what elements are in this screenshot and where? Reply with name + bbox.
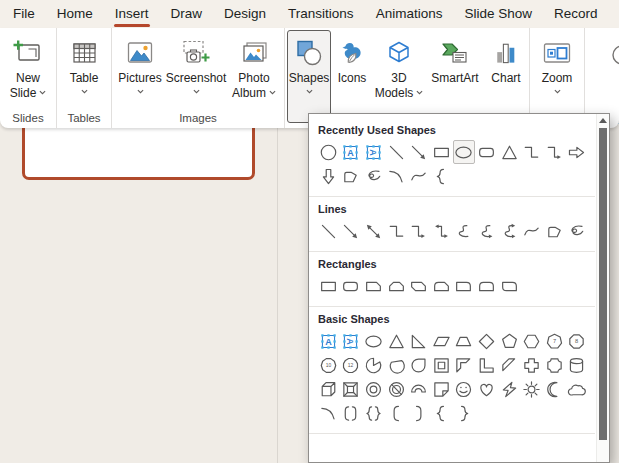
shape-left-brace[interactable] xyxy=(430,401,453,425)
shape-lightning-bolt[interactable] xyxy=(498,377,521,401)
shape-snip-single-corner-rectangle[interactable] xyxy=(362,274,385,298)
menu-tab-insert[interactable]: Insert xyxy=(104,0,160,28)
shape-rectangle[interactable] xyxy=(430,140,453,164)
shape-round-same-side-corner-rectangle[interactable] xyxy=(475,274,498,298)
shape-freeform-scribble[interactable] xyxy=(362,164,385,188)
menu-tab-review[interactable]: Review xyxy=(609,0,619,28)
shape-sun[interactable] xyxy=(520,377,543,401)
shape-bevel[interactable] xyxy=(340,377,363,401)
menu-tab-file[interactable]: File xyxy=(2,0,46,28)
menu-tab-transitions[interactable]: Transitions xyxy=(277,0,365,28)
shape-decagon[interactable]: 10 xyxy=(317,353,340,377)
shape-hexagon[interactable] xyxy=(520,329,543,353)
shape-snip-diagonal-corner-rectangle[interactable] xyxy=(407,274,430,298)
menu-tab-slide-show[interactable]: Slide Show xyxy=(453,0,543,28)
shape-connector-elbow-double-arrow[interactable] xyxy=(430,219,453,243)
shape-arc[interactable] xyxy=(385,164,408,188)
shape-right-bracket[interactable] xyxy=(407,401,430,425)
shape-diamond[interactable] xyxy=(475,329,498,353)
ribbon-button-smartart[interactable]: SmartArt xyxy=(425,30,485,123)
shape-double-bracket[interactable] xyxy=(340,401,363,425)
shape-pie[interactable] xyxy=(362,353,385,377)
shape-no-symbol[interactable] xyxy=(385,377,408,401)
slide-thumbnail[interactable] xyxy=(22,120,255,180)
shape-curve[interactable] xyxy=(520,219,543,243)
shape-line[interactable] xyxy=(385,140,408,164)
shape-oval[interactable] xyxy=(453,140,476,164)
shape-cloud[interactable] xyxy=(566,377,589,401)
scrollbar-thumb[interactable] xyxy=(599,128,607,440)
menu-tab-animations[interactable]: Animations xyxy=(365,0,454,28)
ribbon-button-zoom[interactable]: Zoom xyxy=(532,30,582,123)
shape-right-triangle[interactable] xyxy=(407,329,430,353)
shape-snip-same-side-corner-rectangle[interactable] xyxy=(385,274,408,298)
shape-right-brace[interactable] xyxy=(453,401,476,425)
ribbon-button-shapes[interactable]: Shapes xyxy=(287,30,331,123)
shape-half-frame[interactable] xyxy=(453,353,476,377)
menu-tab-design[interactable]: Design xyxy=(213,0,277,28)
ribbon-button-chart[interactable]: Chart xyxy=(485,30,527,123)
menu-tab-draw[interactable]: Draw xyxy=(160,0,214,28)
shape-connector-elbow[interactable] xyxy=(520,140,543,164)
shape-arc[interactable] xyxy=(317,401,340,425)
shape-left-bracket[interactable] xyxy=(385,401,408,425)
shape-rectangle[interactable] xyxy=(317,274,340,298)
shape-parallelogram[interactable] xyxy=(430,329,453,353)
panel-scrollbar[interactable] xyxy=(596,114,609,462)
shape-diagonal-stripe[interactable] xyxy=(498,353,521,377)
ribbon-button-3d-models[interactable]: 3DModels xyxy=(373,30,425,123)
ribbon-button-new-slide[interactable]: NewSlide xyxy=(2,30,54,111)
shape-line-arrow-double[interactable] xyxy=(362,219,385,243)
shape-cube[interactable] xyxy=(317,377,340,401)
shape-circle[interactable] xyxy=(317,140,340,164)
shape-connector-curved-arrow[interactable] xyxy=(475,219,498,243)
shape-text-box-vertical[interactable]: A xyxy=(340,329,363,353)
shape-isosceles-triangle[interactable] xyxy=(498,140,521,164)
shape-line-arrow[interactable] xyxy=(407,140,430,164)
shape-connector-curved[interactable] xyxy=(453,219,476,243)
shape-line[interactable] xyxy=(317,219,340,243)
ribbon-button-photo-album[interactable]: PhotoAlbum xyxy=(226,30,282,111)
shape-octagon[interactable]: 8 xyxy=(566,329,589,353)
ribbon-button-screenshot[interactable]: Screenshot xyxy=(166,30,226,111)
shape-dodecagon[interactable]: 12 xyxy=(340,353,363,377)
shape-heptagon[interactable]: 7 xyxy=(543,329,566,353)
shape-rounded-rectangle[interactable] xyxy=(340,274,363,298)
shape-folded-corner[interactable] xyxy=(430,377,453,401)
shape-arrow-down[interactable] xyxy=(317,164,340,188)
shape-text-box[interactable]: A xyxy=(340,140,363,164)
shape-can[interactable] xyxy=(566,353,589,377)
shape-chord[interactable] xyxy=(385,353,408,377)
shape-block-arc[interactable] xyxy=(407,377,430,401)
shape-text-box[interactable]: A xyxy=(317,329,340,353)
shape-arrow-right[interactable] xyxy=(566,140,589,164)
shape-double-brace[interactable] xyxy=(362,401,385,425)
shape-cross[interactable] xyxy=(520,353,543,377)
shape-donut[interactable] xyxy=(362,377,385,401)
menu-tab-home[interactable]: Home xyxy=(46,0,104,28)
shape-regular-pentagon[interactable] xyxy=(498,329,521,353)
shape-rounded-rectangle[interactable] xyxy=(475,140,498,164)
shape-connector-curved-double-arrow[interactable] xyxy=(498,219,521,243)
shape-curve[interactable] xyxy=(407,164,430,188)
shape-round-diagonal-corner-rectangle[interactable] xyxy=(498,274,521,298)
shape-text-box-vertical[interactable]: A xyxy=(362,140,385,164)
shape-trapezoid[interactable] xyxy=(453,329,476,353)
shape-teardrop[interactable] xyxy=(407,353,430,377)
shape-oval[interactable] xyxy=(362,329,385,353)
shape-line-arrow[interactable] xyxy=(340,219,363,243)
ribbon-button-icons[interactable]: Icons xyxy=(331,30,373,123)
shape-freeform-shape[interactable] xyxy=(340,164,363,188)
shape-smiley-face[interactable] xyxy=(453,377,476,401)
shape-connector-elbow-arrow[interactable] xyxy=(543,140,566,164)
shape-round-single-corner-rectangle[interactable] xyxy=(453,274,476,298)
shape-heart[interactable] xyxy=(475,377,498,401)
shape-left-brace[interactable] xyxy=(430,164,453,188)
shape-connector-elbow[interactable] xyxy=(385,219,408,243)
scrollbar-up-icon[interactable] xyxy=(597,114,609,127)
shape-l-shape[interactable] xyxy=(475,353,498,377)
shape-snip-and-round-single-corner-rectangle[interactable] xyxy=(430,274,453,298)
shape-moon[interactable] xyxy=(543,377,566,401)
shape-freeform-scribble[interactable] xyxy=(566,219,589,243)
ribbon-button-pictures[interactable]: Pictures xyxy=(114,30,166,111)
